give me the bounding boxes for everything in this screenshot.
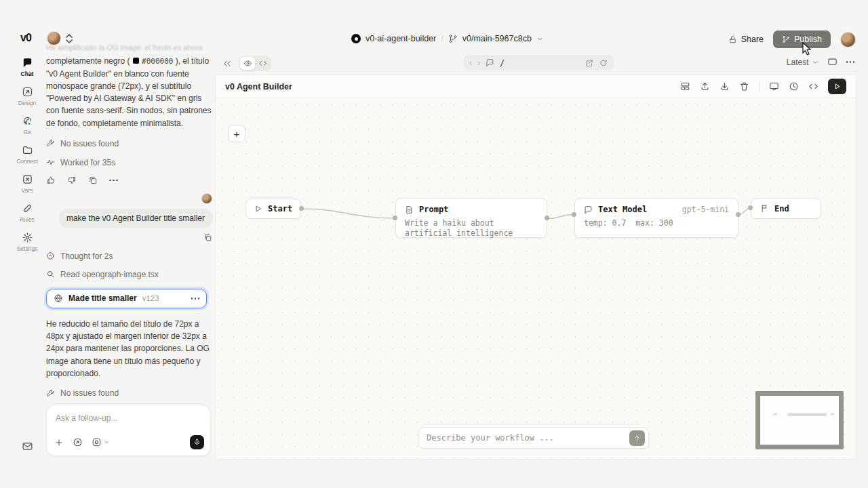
play-icon — [254, 205, 262, 213]
version-more-icon[interactable] — [191, 298, 200, 300]
thought-row[interactable]: Thought for 2s — [46, 251, 212, 261]
more-options-icon[interactable] — [846, 61, 855, 63]
mic-button[interactable] — [190, 435, 204, 449]
assistant-message-2: He reducido el tamaño del título de 72px… — [46, 318, 212, 380]
node-body: Write a haiku about artificial intellige… — [405, 218, 538, 239]
upload-icon[interactable] — [700, 81, 710, 92]
port-model-out[interactable] — [736, 212, 741, 217]
globe-icon — [54, 293, 63, 303]
minimap-nodes — [787, 413, 827, 416]
thumbs-up-icon[interactable] — [46, 176, 56, 185]
minimap-node — [774, 413, 777, 415]
no-issues-row: No issues found — [46, 388, 212, 398]
deploy-icon[interactable] — [73, 437, 83, 447]
canvas-title: v0 Agent Builder — [225, 82, 292, 92]
sidebar-item-chat[interactable]: Chat — [11, 57, 43, 77]
prompt-node[interactable]: Prompt Write a haiku about artificial in… — [395, 198, 547, 238]
sidebar-item-settings[interactable]: Settings — [11, 232, 43, 252]
end-node[interactable]: End — [751, 198, 821, 219]
version-card[interactable]: Made title smaller v123 — [46, 289, 207, 308]
project-name[interactable]: v0-ai-agent-builder — [366, 34, 436, 43]
version-card-title: Made title smaller — [68, 293, 137, 303]
assistant-message-1: completamente negro ( #000000 ), el títu… — [46, 55, 212, 129]
read-file-row[interactable]: Read opengraph-image.tsx — [46, 270, 212, 279]
sidebar-label: Vars — [22, 187, 33, 194]
collapse-panel-icon[interactable] — [222, 59, 232, 68]
copy-icon[interactable] — [203, 233, 212, 242]
brain-icon — [46, 251, 55, 260]
branch-name[interactable]: v0/main-5967c8cb — [462, 34, 532, 43]
refresh-icon[interactable] — [599, 59, 608, 67]
publish-branch-icon — [782, 35, 790, 43]
source-select[interactable] — [92, 437, 110, 447]
nav-back-icon[interactable]: ‹ — [469, 58, 472, 68]
preview-url-bar[interactable]: ‹ › / — [463, 55, 614, 70]
comment-bubble-icon[interactable] — [486, 58, 494, 67]
port-model-in[interactable] — [572, 212, 576, 217]
port-prompt-out[interactable] — [545, 216, 549, 220]
sidebar-item-connect[interactable]: Connect — [11, 144, 43, 165]
sidebar-item-git[interactable]: Git — [11, 115, 43, 136]
trash-icon[interactable] — [739, 81, 749, 92]
url-path[interactable]: / — [500, 58, 505, 68]
design-icon — [22, 86, 33, 98]
gear-icon — [22, 232, 33, 243]
breadcrumb-separator: / — [441, 34, 443, 43]
port-end-in[interactable] — [748, 205, 753, 210]
more-actions-icon[interactable] — [109, 180, 118, 182]
preview-eye-toggle[interactable] — [240, 57, 255, 70]
mail-icon[interactable] — [22, 441, 33, 452]
workflow-send-button[interactable] — [629, 430, 645, 446]
code-toggle[interactable] — [255, 57, 270, 70]
thumbs-down-icon[interactable] — [67, 176, 77, 185]
attach-plus-icon[interactable] — [54, 438, 64, 447]
follow-up-input[interactable] — [56, 413, 191, 423]
minimap-node — [831, 413, 834, 415]
workflow-input[interactable] — [427, 433, 596, 443]
sidebar-item-design[interactable]: Design — [11, 86, 43, 106]
canvas-minimap[interactable] — [755, 391, 844, 449]
workspace-switcher-icon[interactable] — [65, 33, 73, 44]
chat-composer[interactable] — [46, 405, 211, 456]
play-icon — [833, 83, 841, 90]
divider — [759, 81, 760, 92]
add-node-button[interactable]: + — [228, 125, 245, 142]
history-clock-icon[interactable] — [789, 81, 799, 92]
share-button[interactable]: Share — [728, 35, 764, 44]
sidebar-label: Rules — [20, 216, 35, 223]
copy-icon[interactable] — [88, 176, 98, 185]
port-prompt-in[interactable] — [393, 216, 397, 220]
message-square-icon — [584, 205, 593, 214]
layout-icon[interactable] — [680, 81, 690, 92]
node-title: End — [774, 204, 789, 214]
workflow-prompt-bar[interactable] — [418, 427, 649, 449]
document-icon — [405, 205, 414, 214]
chevron-down-icon[interactable] — [536, 35, 544, 43]
vars-icon — [22, 174, 33, 185]
chat-panel: He simplificado la OG image: el fondo es… — [46, 43, 212, 434]
nav-forward-icon[interactable]: › — [477, 58, 480, 68]
open-external-icon[interactable] — [585, 59, 593, 67]
device-icon[interactable] — [827, 57, 837, 67]
sidebar-item-vars[interactable]: Vars — [11, 174, 43, 194]
wrench-icon — [46, 139, 55, 148]
worked-for-row[interactable]: Worked for 35s — [46, 158, 212, 167]
sidebar-label: Connect — [16, 158, 38, 165]
port-start-out[interactable] — [299, 206, 304, 211]
user-avatar[interactable] — [840, 32, 856, 47]
node-title: Start — [268, 204, 292, 214]
code-icon[interactable] — [808, 81, 818, 92]
sidebar-item-rules[interactable]: Rules — [11, 203, 43, 223]
download-icon[interactable] — [719, 81, 730, 92]
run-workflow-button[interactable] — [828, 79, 846, 94]
version-select[interactable]: Latest — [787, 58, 818, 67]
color-code: #000000 — [142, 57, 173, 66]
start-node[interactable]: Start — [245, 199, 301, 219]
text-model-node[interactable]: Text Model gpt-5-mini temp: 0.7 max: 300 — [574, 198, 738, 238]
latest-label: Latest — [787, 58, 809, 67]
monitor-icon[interactable] — [769, 81, 779, 92]
lock-icon — [728, 35, 737, 44]
preview-code-toggle — [239, 56, 271, 71]
v0-logo[interactable]: v0 — [20, 32, 31, 44]
activity-icon — [46, 158, 55, 167]
